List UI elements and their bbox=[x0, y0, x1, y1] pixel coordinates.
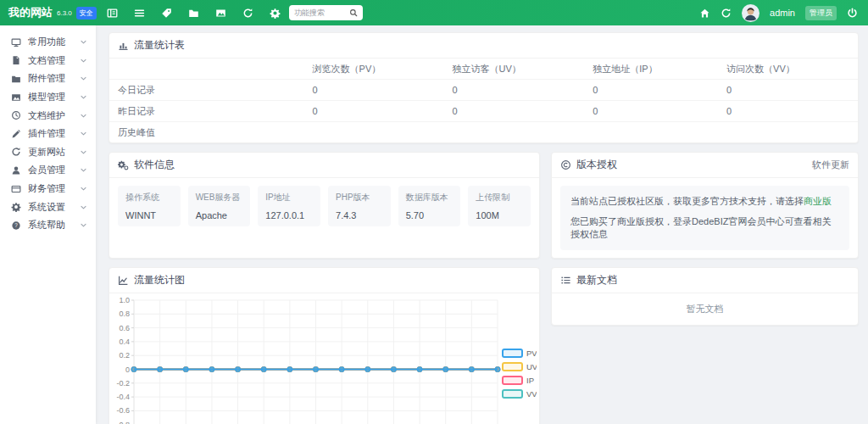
legend-swatch bbox=[503, 390, 522, 398]
chevron-down-icon bbox=[80, 57, 87, 64]
sidebar-item-6[interactable]: 更新网站 bbox=[0, 143, 96, 162]
sidebar-item-9[interactable]: 系统设置 bbox=[0, 198, 96, 216]
plugin-icon bbox=[11, 129, 21, 139]
card-title-text: 最新文档 bbox=[576, 273, 617, 287]
site-name: 我的网站 bbox=[8, 5, 53, 20]
software-update-link[interactable]: 软件更新 bbox=[812, 159, 849, 171]
home-icon[interactable] bbox=[699, 8, 710, 19]
sidebar-item-label: 会员管理 bbox=[28, 164, 65, 176]
table-cell: 0 bbox=[718, 80, 858, 101]
folder-icon[interactable] bbox=[184, 3, 203, 22]
row-label: 昨日记录 bbox=[109, 101, 304, 122]
table-cell: 0 bbox=[304, 80, 444, 101]
row-label: 今日记录 bbox=[109, 80, 304, 101]
card-title-text: 版本授权 bbox=[576, 158, 617, 172]
svg-text:-0.8: -0.8 bbox=[116, 421, 130, 424]
table-cell: 0 bbox=[304, 101, 444, 122]
info-value: 5.70 bbox=[406, 210, 453, 220]
legend-item-UV[interactable]: UV bbox=[503, 362, 537, 371]
avatar[interactable] bbox=[742, 4, 760, 22]
copyright-icon bbox=[560, 159, 571, 170]
data-point bbox=[209, 367, 214, 371]
panel-icon[interactable] bbox=[103, 3, 121, 22]
data-point bbox=[470, 367, 474, 371]
table-cell bbox=[584, 122, 718, 143]
sidebar-item-4[interactable]: 文档维护 bbox=[0, 106, 96, 125]
info-value: 100M bbox=[476, 210, 523, 220]
svg-text:0.6: 0.6 bbox=[119, 324, 130, 332]
table-row: 昨日记录0000 bbox=[109, 101, 858, 122]
svg-text:0: 0 bbox=[125, 365, 130, 374]
info-label: 数据库版本 bbox=[406, 192, 453, 204]
legend-swatch bbox=[503, 349, 522, 357]
data-point bbox=[158, 367, 162, 371]
table-cell bbox=[718, 122, 858, 143]
image-icon[interactable] bbox=[211, 3, 230, 22]
data-point bbox=[236, 367, 240, 371]
clock-icon bbox=[11, 110, 21, 120]
sidebar-item-7[interactable]: 会员管理 bbox=[0, 161, 96, 180]
latest-docs-card: 最新文档 暂无文档 bbox=[551, 267, 859, 326]
chevron-down-icon bbox=[80, 221, 87, 229]
table-cell: 0 bbox=[443, 80, 584, 101]
traffic-table-card: 流量统计表 浏览次数（PV）独立访客（UV）独立地址（IP）访问次数（VV）今日… bbox=[108, 32, 859, 143]
table-cell: 0 bbox=[718, 101, 858, 122]
data-point bbox=[184, 367, 188, 371]
refresh-icon[interactable] bbox=[721, 8, 732, 19]
sidebar-item-label: 财务管理 bbox=[28, 182, 65, 195]
sidebar-item-10[interactable]: ? 系统帮助 bbox=[0, 216, 96, 235]
data-point bbox=[339, 367, 343, 371]
sidebar-item-0[interactable]: 常用功能 bbox=[0, 33, 96, 52]
sidebar-item-label: 模型管理 bbox=[28, 91, 65, 103]
search-icon[interactable] bbox=[349, 8, 358, 17]
data-point bbox=[131, 367, 136, 371]
info-value: 7.4.3 bbox=[336, 210, 383, 220]
info-label: WEB服务器 bbox=[196, 192, 243, 204]
data-point bbox=[365, 367, 370, 371]
data-point bbox=[495, 367, 499, 371]
sidebar-item-5[interactable]: 插件管理 bbox=[0, 125, 96, 143]
legend-item-PV[interactable]: PV bbox=[503, 349, 537, 358]
gear-icon[interactable] bbox=[265, 3, 284, 22]
username: admin bbox=[770, 8, 795, 18]
sidebar-item-3[interactable]: 模型管理 bbox=[0, 88, 96, 107]
svg-text:1.0: 1.0 bbox=[119, 296, 130, 304]
gear-icon bbox=[11, 202, 21, 212]
license-line1: 当前站点已授权社区版，获取更多官方技术支持，请选择商业版 bbox=[570, 195, 839, 208]
column-header: 访问次数（VV） bbox=[718, 59, 858, 80]
sidebar-item-2[interactable]: 附件管理 bbox=[0, 70, 96, 88]
license-card: 版本授权 软件更新 当前站点已授权社区版，获取更多官方技术支持，请选择商业版 您… bbox=[551, 152, 859, 259]
site-version: 6.3.0 bbox=[57, 9, 72, 17]
data-point bbox=[392, 367, 396, 371]
data-point bbox=[287, 367, 292, 371]
sidebar-item-label: 更新网站 bbox=[28, 146, 65, 159]
legend-item-VV[interactable]: VV bbox=[503, 389, 537, 399]
info-box: 数据库版本 5.70 bbox=[398, 186, 461, 226]
refresh-icon[interactable] bbox=[238, 3, 257, 22]
docs-empty-text: 暂无文档 bbox=[552, 293, 858, 325]
chevron-down-icon bbox=[80, 166, 87, 174]
traffic-table: 浏览次数（PV）独立访客（UV）独立地址（IP）访问次数（VV）今日记录0000… bbox=[109, 59, 858, 142]
refresh-icon bbox=[11, 147, 21, 157]
tag-icon[interactable] bbox=[157, 3, 175, 22]
legend-swatch bbox=[503, 363, 522, 371]
commercial-link[interactable]: 商业版 bbox=[804, 196, 832, 206]
latest-docs-title: 最新文档 bbox=[552, 268, 858, 293]
search-input[interactable] bbox=[294, 8, 346, 17]
license-box: 当前站点已授权社区版，获取更多官方技术支持，请选择商业版 您已购买了商业版授权，… bbox=[560, 186, 849, 250]
role-badge: 管理员 bbox=[805, 6, 837, 20]
sidebar-item-1[interactable]: 文档管理 bbox=[0, 52, 96, 70]
svg-text:0.2: 0.2 bbox=[119, 351, 130, 360]
power-icon[interactable] bbox=[847, 8, 858, 19]
info-value: Apache bbox=[196, 210, 243, 220]
list-icon[interactable] bbox=[130, 3, 148, 22]
sidebar: 常用功能 文档管理 附件管理 模型管理 文档维护 插件管理 更新网站 会员管理 bbox=[0, 25, 96, 424]
file-icon bbox=[11, 55, 21, 65]
info-box: PHP版本 7.4.3 bbox=[328, 186, 391, 226]
table-row: 今日记录0000 bbox=[109, 80, 858, 101]
legend-item-IP[interactable]: IP bbox=[503, 376, 534, 385]
list-icon bbox=[560, 275, 571, 286]
license-title: 版本授权 软件更新 bbox=[552, 153, 858, 178]
sidebar-item-8[interactable]: 财务管理 bbox=[0, 180, 96, 198]
table-cell: 0 bbox=[443, 101, 584, 122]
